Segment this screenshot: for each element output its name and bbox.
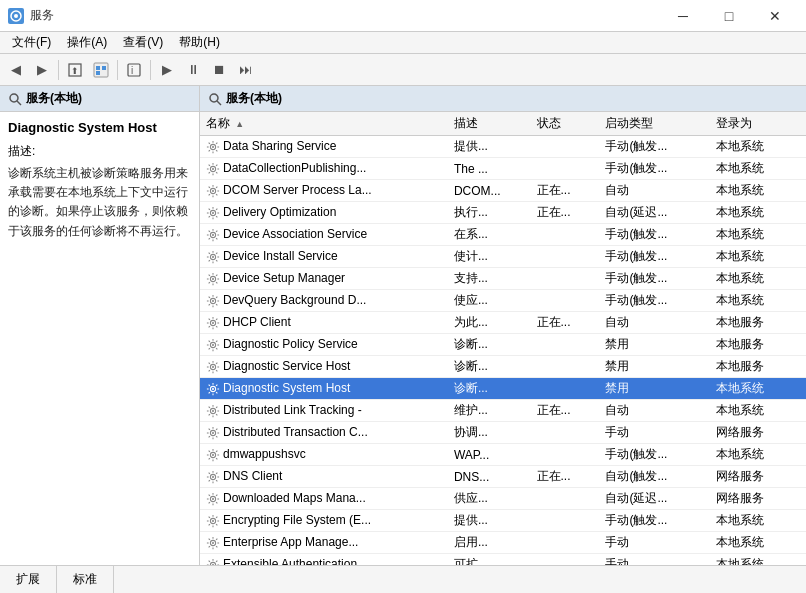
table-row[interactable]: DevQuery Background D...使应...手动(触发...本地系…	[200, 290, 806, 312]
service-table-container[interactable]: 名称 ▲ 描述 状态 启动类型 登录为	[200, 112, 806, 565]
table-row[interactable]: Encrypting File System (E...提供...手动(触发..…	[200, 510, 806, 532]
svg-line-120	[209, 363, 210, 364]
restart-button[interactable]: ⏭	[233, 58, 257, 82]
svg-line-163	[209, 458, 210, 459]
table-row[interactable]: Device Install Service使计...手动(触发...本地系统	[200, 246, 806, 268]
service-startup-cell: 手动	[599, 554, 709, 566]
map-button[interactable]	[89, 58, 113, 82]
service-startup-cell: 禁用	[599, 356, 709, 378]
svg-line-150	[209, 429, 210, 430]
service-desc-cell: 提供...	[448, 136, 531, 158]
table-row[interactable]: Diagnostic System Host诊断...禁用本地系统	[200, 378, 806, 400]
service-name-cell: DataCollectionPublishing...	[200, 158, 448, 180]
menu-view[interactable]: 查看(V)	[115, 32, 171, 53]
svg-point-175	[212, 498, 214, 500]
service-name-cell: Device Association Service	[200, 224, 448, 246]
svg-point-55	[212, 234, 214, 236]
properties-button[interactable]: i	[122, 58, 146, 82]
svg-rect-5	[96, 66, 100, 70]
service-logon-cell: 本地系统	[710, 554, 806, 566]
service-logon-cell: 本地系统	[710, 510, 806, 532]
svg-line-31	[216, 172, 217, 173]
up-button[interactable]: ⬆	[63, 58, 87, 82]
service-startup-cell: 自动	[599, 180, 709, 202]
col-header-startup[interactable]: 启动类型	[599, 112, 709, 136]
app-icon	[8, 8, 24, 24]
menu-file[interactable]: 文件(F)	[4, 32, 59, 53]
svg-point-95	[212, 322, 214, 324]
table-row[interactable]: DataCollectionPublishing...The ...手动(触发.…	[200, 158, 806, 180]
service-status-cell: 正在...	[531, 466, 600, 488]
svg-line-41	[216, 194, 217, 195]
svg-point-195	[212, 542, 214, 544]
table-row[interactable]: Enterprise App Manage...启用...手动本地系统	[200, 532, 806, 554]
table-row[interactable]: Downloaded Maps Mana...供应...自动(延迟...网络服务	[200, 488, 806, 510]
svg-line-130	[209, 385, 210, 386]
svg-line-23	[209, 150, 210, 151]
table-row[interactable]: Delivery Optimization执行...正在...自动(延迟...本…	[200, 202, 806, 224]
right-header-label: 服务(本地)	[226, 90, 282, 107]
service-desc-cell: 启用...	[448, 532, 531, 554]
service-icon	[206, 206, 220, 220]
table-row[interactable]: Diagnostic Policy Service诊断...禁用本地服务	[200, 334, 806, 356]
svg-line-200	[209, 539, 210, 540]
service-startup-cell: 手动(触发...	[599, 158, 709, 180]
menu-help[interactable]: 帮助(H)	[171, 32, 228, 53]
service-table: 名称 ▲ 描述 状态 启动类型 登录为	[200, 112, 806, 565]
col-header-name[interactable]: 名称 ▲	[200, 112, 448, 136]
svg-point-12	[210, 94, 218, 102]
service-icon	[206, 514, 220, 528]
svg-point-205	[212, 564, 214, 565]
service-status-cell	[531, 444, 600, 466]
service-startup-cell: 自动(延迟...	[599, 202, 709, 224]
table-row[interactable]: Device Setup Manager支持...手动(触发...本地系统	[200, 268, 806, 290]
tab-extend[interactable]: 扩展	[0, 566, 57, 593]
svg-line-132	[216, 385, 217, 386]
svg-line-153	[209, 436, 210, 437]
service-name-cell: Delivery Optimization	[200, 202, 448, 224]
table-row[interactable]: Diagnostic Service Host诊断...禁用本地服务	[200, 356, 806, 378]
service-name-cell: Diagnostic Service Host	[200, 356, 448, 378]
close-button[interactable]: ✕	[752, 1, 798, 31]
table-row[interactable]: DNS ClientDNS...正在...自动(触发...网络服务	[200, 466, 806, 488]
service-name-cell: Data Sharing Service	[200, 136, 448, 158]
col-header-status[interactable]: 状态	[531, 112, 600, 136]
table-row[interactable]: Distributed Transaction C...协调...手动网络服务	[200, 422, 806, 444]
service-startup-cell: 手动	[599, 422, 709, 444]
table-row[interactable]: Extensible Authentication...可扩...手动本地系统	[200, 554, 806, 566]
service-startup-cell: 手动(触发...	[599, 290, 709, 312]
svg-line-141	[216, 414, 217, 415]
table-row[interactable]: Device Association Service在系...手动(触发...本…	[200, 224, 806, 246]
svg-line-212	[216, 561, 217, 562]
service-icon	[206, 426, 220, 440]
service-desc-cell: DCOM...	[448, 180, 531, 202]
svg-line-172	[216, 473, 217, 474]
svg-line-112	[216, 341, 217, 342]
tab-standard[interactable]: 标准	[57, 566, 114, 593]
table-row[interactable]: Distributed Link Tracking -维护...正在...自动本…	[200, 400, 806, 422]
selected-service-name: Diagnostic System Host	[8, 120, 191, 135]
stop-button[interactable]: ⏹	[207, 58, 231, 82]
minimize-button[interactable]: ─	[660, 1, 706, 31]
play-button[interactable]: ▶	[155, 58, 179, 82]
service-icon	[206, 272, 220, 286]
service-logon-cell: 本地系统	[710, 180, 806, 202]
forward-button[interactable]: ▶	[30, 58, 54, 82]
pause-button[interactable]: ⏸	[181, 58, 205, 82]
svg-rect-8	[128, 64, 140, 76]
col-header-logon[interactable]: 登录为	[710, 112, 806, 136]
service-status-cell	[531, 334, 600, 356]
table-row[interactable]: DHCP Client为此...正在...自动本地服务	[200, 312, 806, 334]
table-row[interactable]: DCOM Server Process La...DCOM...正在...自动本…	[200, 180, 806, 202]
back-button[interactable]: ◀	[4, 58, 28, 82]
col-header-desc[interactable]: 描述	[448, 112, 531, 136]
maximize-button[interactable]: □	[706, 1, 752, 31]
menu-action[interactable]: 操作(A)	[59, 32, 115, 53]
svg-line-40	[209, 187, 210, 188]
service-icon	[206, 558, 220, 565]
svg-line-33	[209, 172, 210, 173]
table-row[interactable]: Data Sharing Service提供...手动(触发...本地系统	[200, 136, 806, 158]
service-desc-cell: 诊断...	[448, 356, 531, 378]
table-row[interactable]: dmwappushsvcWAP...手动(触发...本地系统	[200, 444, 806, 466]
service-status-cell	[531, 422, 600, 444]
